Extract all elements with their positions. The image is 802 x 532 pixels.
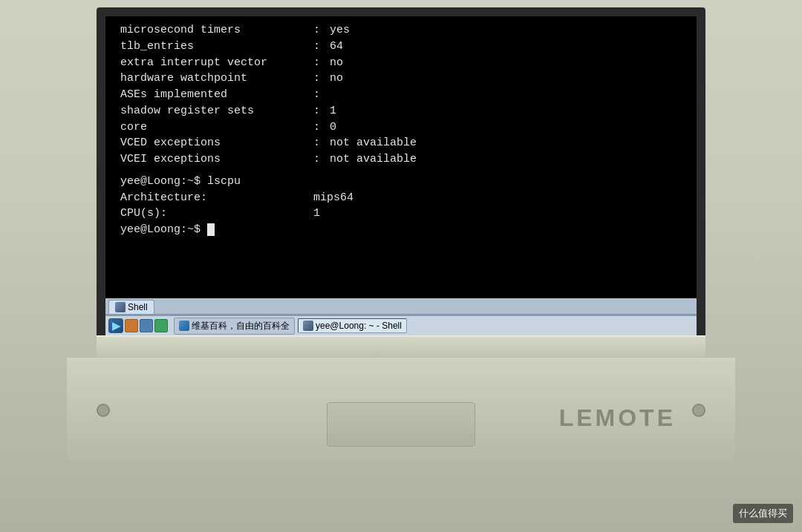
terminal-spacer — [120, 168, 682, 174]
terminal-prompt-final: yee@Loong:~$ — [120, 222, 682, 238]
taskbar-shell-label: yee@Loong: ~ - Shell — [316, 321, 402, 331]
keyboard-area: LEMOTE — [67, 358, 735, 462]
laptop-outer: microsecond timers : yes tlb_entries : 6… — [0, 0, 802, 532]
screen: microsecond timers : yes tlb_entries : 6… — [105, 16, 697, 335]
cursor — [207, 223, 215, 236]
tab-shell[interactable]: Shell — [108, 300, 154, 314]
speaker-right — [692, 404, 705, 417]
watermark: 什么值得买 — [733, 504, 793, 523]
terminal: microsecond timers : yes tlb_entries : 6… — [105, 16, 697, 298]
terminal-line: shadow register sets : 1 — [120, 103, 682, 119]
terminal-line: VCED exceptions : not available — [120, 135, 682, 151]
taskbar-tool-icon-1[interactable] — [125, 319, 138, 332]
lscpu-cpus: CPU(s): 1 — [120, 206, 682, 222]
app-launcher-icon[interactable]: ▶ — [108, 318, 123, 333]
taskbar-tool-icon-3[interactable] — [154, 319, 168, 332]
screen-bezel: microsecond timers : yes tlb_entries : 6… — [97, 7, 705, 335]
terminal-line: hardware watchpoint : no — [120, 70, 682, 87]
terminal-line: ASEs implemented : — [120, 87, 682, 103]
laptop-hinge — [97, 335, 705, 358]
lscpu-architecture: Architecture: mips64 — [120, 190, 682, 206]
taskbar: ▶ 维基百科，自由的百科全 yee@Loong: ~ - Shell — [105, 315, 697, 335]
taskbar-item-wiki[interactable]: 维基百科，自由的百科全 — [174, 318, 295, 335]
terminal-line: tlb_entries : 64 — [120, 39, 682, 55]
taskbar-wiki-label: 维基百科，自由的百科全 — [192, 320, 290, 332]
terminal-line: microsecond timers : yes — [120, 22, 682, 39]
wiki-icon — [179, 321, 189, 331]
terminal-line: core : 0 — [120, 119, 682, 136]
tab-bar: Shell — [105, 298, 697, 315]
terminal-line: extra interrupt vector: no — [120, 55, 682, 71]
terminal-command: yee@Loong:~$ lscpu — [120, 174, 682, 190]
taskbar-item-shell[interactable]: yee@Loong: ~ - Shell — [298, 318, 407, 333]
shell-taskbar-icon — [303, 321, 313, 331]
brand-label: LEMOTE — [559, 404, 676, 432]
shell-tab-icon — [115, 302, 125, 312]
taskbar-tool-icon-2[interactable] — [140, 319, 153, 332]
terminal-line: VCEI exceptions : not available — [120, 151, 682, 168]
touchpad[interactable] — [327, 402, 475, 447]
speaker-left — [97, 404, 110, 417]
tab-label: Shell — [128, 302, 148, 312]
